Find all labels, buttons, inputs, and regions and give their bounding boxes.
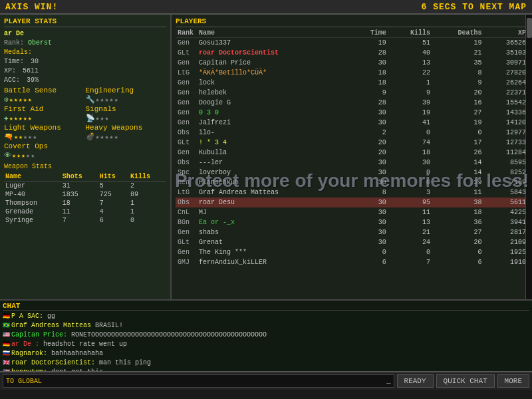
col-rank: Rank <box>176 29 197 38</box>
player-rank: Obs <box>176 158 197 168</box>
weapon-hits: 4 <box>98 207 129 216</box>
player-deaths: 0 <box>432 128 483 138</box>
chat-input-field[interactable] <box>46 378 386 385</box>
player-row: BGn Ea or -_x 30 13 36 3941 <box>176 217 528 227</box>
weapon-kills: 89 <box>129 190 166 199</box>
player-deaths: 27 <box>432 227 483 237</box>
chat-message: 🇬🇧roar DoctorScientist: man this ping <box>3 358 529 368</box>
chat-flag: 🇩🇪 <box>3 341 10 348</box>
player-row: CnL MJ 30 11 18 4225 <box>176 207 528 217</box>
player-deaths: 20 <box>432 237 483 247</box>
player-name: roar DoctorScientist <box>197 48 351 58</box>
chat-message: 🇩🇪P A SAC: gg <box>3 312 529 321</box>
player-kills: 74 <box>388 138 432 148</box>
player-deaths: 9 <box>432 78 483 88</box>
weapon-col-name: Name <box>4 172 61 182</box>
chat-author: ar De : <box>11 340 39 348</box>
player-xp: 36526 <box>484 38 528 49</box>
player-kills: 18 <box>388 148 432 158</box>
player-row: GLt Grenat 30 24 20 2109 <box>176 237 528 247</box>
player-name: Capitan Price <box>197 58 351 68</box>
player-row: LtG *ÄKÄ*Betillo*CÜÄ* 18 22 8 27820 <box>176 68 528 78</box>
chat-text: bahhaahnahaha <box>51 350 103 357</box>
player-xp: 11284 <box>484 148 528 158</box>
scrollbar-thumb[interactable] <box>527 18 532 38</box>
player-name: Ea or -_x <box>197 217 351 227</box>
player-time: 20 <box>351 138 388 148</box>
player-time: 18 <box>351 68 388 78</box>
player-rank: BGn <box>176 217 197 227</box>
weapon-name: MP-40 <box>4 190 61 199</box>
skill-heavy-weapons: Heavy Weapons 💣 ★ ★ ★ ★ ★ <box>86 124 167 142</box>
weapon-shots: 31 <box>61 182 98 191</box>
player-kills: 7 <box>388 257 432 267</box>
player-kills: 21 <box>388 227 432 237</box>
player-stats-title: PLAYER STATS <box>4 17 166 27</box>
player-time: 28 <box>351 98 388 108</box>
weapon-table: Name Shots Hits Kills Luger 31 5 2MP-40 … <box>4 172 166 225</box>
chat-text: RONETOOOOOOOOOOOOOOOOOOOOOOOOOOOOOOOOOOO… <box>71 331 267 338</box>
player-row: Gen Jalfrezi 30 41 19 14120 <box>176 118 528 128</box>
chat-flag: 🇺🇸 <box>3 369 10 371</box>
weapon-col-shots: Shots <box>61 172 98 182</box>
player-deaths: 6 <box>432 257 483 267</box>
weapon-name: Luger <box>4 182 61 191</box>
player-deaths: 19 <box>432 38 483 49</box>
chat-text: dont got this <box>51 368 103 371</box>
player-name: ! * 3 4 <box>197 138 351 148</box>
player-name: ilo- <box>197 128 351 138</box>
player-name: The King *** <box>197 247 351 257</box>
player-deaths: 8 <box>432 68 483 78</box>
scrollbar[interactable] <box>525 15 532 299</box>
top-bar: AXIS WIN! 6 SECS TO NEXT MAP <box>0 0 532 15</box>
axis-win-label: AXIS WIN! <box>5 2 58 12</box>
player-row: GLt ! * 3 4 20 74 17 12733 <box>176 138 528 148</box>
player-rank: Gen <box>176 118 197 128</box>
col-time: Time <box>351 29 388 38</box>
player-rank: GLt <box>176 138 197 148</box>
player-deaths: 19 <box>432 118 483 128</box>
time-stat: Time: 30 <box>4 57 166 66</box>
player-xp: 15542 <box>484 98 528 108</box>
player-kills: 13 <box>388 58 432 68</box>
player-xp: 26264 <box>484 78 528 88</box>
player-xp: 5843 <box>484 188 528 198</box>
player-name: shabs <box>197 227 351 237</box>
player-rank: LtG <box>176 68 197 78</box>
player-xp: 12977 <box>484 128 528 138</box>
player-row: Gen Kubulla 20 18 26 11284 <box>176 148 528 158</box>
player-time: 30 <box>351 108 388 118</box>
chat-prefix-label: TO GLOBAL <box>6 378 42 385</box>
chat-text: BRASIL! <box>95 322 123 329</box>
weapon-tbody: Luger 31 5 2MP-40 1835 725 89Thompson 18… <box>4 182 166 225</box>
player-deaths: 14 <box>432 158 483 168</box>
xp-stat: XP: 5611 <box>4 66 166 76</box>
col-deaths: Deaths <box>432 29 483 38</box>
players-title: PLAYERS <box>176 17 528 27</box>
player-time: 30 <box>351 168 388 178</box>
player-kills: 41 <box>388 118 432 128</box>
player-kills: 19 <box>388 108 432 118</box>
skill-first-aid: First Aid ✚ ★ ★ ★ ★ ★ <box>4 105 85 123</box>
chat-input-area[interactable]: TO GLOBAL _ <box>3 374 394 388</box>
player-name: *ÄKÄ*Betillo*CÜÄ* <box>197 68 351 78</box>
more-button[interactable]: MORE <box>497 374 529 388</box>
player-name: roar Desu <box>197 198 351 207</box>
player-name: Planschkuh <box>197 178 351 188</box>
player-rank: Obs <box>176 128 197 138</box>
quick-chat-button[interactable]: QUICK CHAT <box>436 374 495 388</box>
player-xp: 7189 <box>484 178 528 188</box>
player-row: Gen lock 18 1 9 26264 <box>176 78 528 88</box>
ready-button[interactable]: READY <box>397 374 434 388</box>
skill-light-weapons: Light Weapons 🔫 ★ ★ ★ ★ ★ <box>4 124 85 142</box>
player-name: Kubulla <box>197 148 351 158</box>
player-rank: Gen <box>176 148 197 158</box>
weapon-kills: 0 <box>129 216 166 225</box>
skill-battle-sense: Battle Sense ⚙ ★ ★ ★ ★ ★ <box>4 86 85 104</box>
weapon-hits: 6 <box>98 216 129 225</box>
player-rank: Rank: Oberst <box>4 39 166 48</box>
player-row: Gen 0 3 0 30 19 27 14336 <box>176 108 528 118</box>
next-map-label: 6 SECS TO NEXT MAP <box>422 2 527 12</box>
player-kills: 13 <box>388 217 432 227</box>
chat-flag: 🇧🇷 <box>3 323 10 329</box>
